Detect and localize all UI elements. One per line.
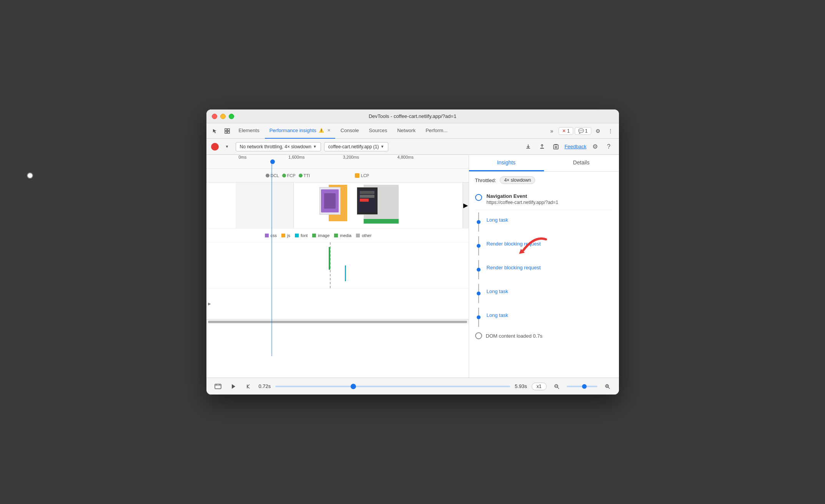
- tab-performance[interactable]: Perform...: [421, 123, 452, 139]
- connector-4: [475, 284, 482, 303]
- connector-line-bottom-2: [478, 248, 479, 255]
- tab-sources[interactable]: Sources: [364, 123, 392, 139]
- network-row: [206, 242, 469, 288]
- jump-start-button[interactable]: [243, 381, 254, 392]
- traffic-lights: [212, 114, 234, 119]
- help-button[interactable]: ?: [604, 141, 614, 152]
- insight-long-task-1: Long task: [475, 210, 613, 234]
- settings-panel-button[interactable]: ⚙: [590, 141, 600, 152]
- insights-tabs: Insights Details: [469, 155, 619, 172]
- close-button[interactable]: [212, 114, 217, 119]
- url-dropdown[interactable]: coffee-cart.netlify.app (1) ▼: [324, 142, 389, 151]
- playhead-marker: [270, 159, 275, 164]
- time-marker-3200ms: 3,200ms: [343, 155, 359, 159]
- connector-dot-2: [477, 244, 481, 248]
- tabs-toolbar: Elements Performance insights ⚠️ ✕ Conso…: [206, 123, 619, 139]
- tab-details[interactable]: Details: [544, 155, 619, 171]
- message-badge-button[interactable]: 💬 1: [575, 127, 591, 135]
- import-button[interactable]: [537, 141, 547, 152]
- long-task-1-link[interactable]: Long task: [487, 216, 608, 224]
- error-badge-button[interactable]: ✕ 1: [559, 127, 573, 135]
- image-legend-box: [312, 234, 316, 237]
- legend-items: css js font image: [236, 233, 372, 238]
- timeline-scrollbar[interactable]: [206, 319, 469, 324]
- svg-line-15: [557, 387, 559, 389]
- zoom-in-button[interactable]: [602, 381, 613, 392]
- scrollbar-track[interactable]: [208, 321, 467, 323]
- tab-console[interactable]: Console: [336, 123, 364, 139]
- subbar-right: Feedback ⚙ ?: [523, 141, 614, 152]
- empty-screenshot: [236, 182, 294, 228]
- screenshot-thumb-2: [357, 187, 378, 215]
- screenshot-row: ▶: [206, 182, 469, 229]
- milestone-lcp: LCP: [355, 173, 369, 178]
- nav-event-circle: [475, 194, 482, 201]
- settings-button[interactable]: ⚙: [593, 126, 604, 136]
- timeline-header: 0ms 1,600ms 3,200ms 4,800ms: [206, 155, 469, 169]
- main-thread-expand[interactable]: ▶: [206, 288, 213, 319]
- js-legend-box: [281, 234, 285, 237]
- more-options-button[interactable]: ⋮: [605, 126, 616, 136]
- long-task-3-link[interactable]: Long task: [487, 311, 608, 320]
- screenshot-toggle-button[interactable]: [213, 381, 223, 392]
- render-blocking-1-link[interactable]: Render blocking request: [487, 239, 608, 248]
- network-content: [236, 242, 469, 288]
- zoom-thumb[interactable]: [582, 384, 587, 389]
- nav-event: Navigation Event https://coffee-cart.net…: [475, 189, 613, 210]
- screenshot-thumb-1: [319, 187, 341, 215]
- throttle-dropdown[interactable]: No network throttling, 4× slowdown ▼: [236, 142, 321, 151]
- zoom-out-button[interactable]: [551, 381, 562, 392]
- connector-1: [475, 212, 482, 232]
- media-legend-box: [334, 234, 338, 237]
- milestone-bar: DCL FCP TTI LCP: [206, 169, 469, 182]
- timeline-panel: 0ms 1,600ms 3,200ms 4,800ms DCL: [206, 155, 469, 378]
- svg-line-18: [608, 387, 610, 389]
- zoom-track[interactable]: [567, 386, 597, 387]
- inspect-button[interactable]: [222, 126, 233, 136]
- playhead-track[interactable]: [275, 386, 510, 387]
- long-task-2-link[interactable]: Long task: [487, 287, 608, 296]
- green-bar: [364, 219, 399, 224]
- dom-content-circle: [475, 332, 482, 339]
- fcp-label: FCP: [287, 173, 296, 178]
- nav-event-title: Navigation Event: [487, 193, 613, 199]
- other-legend-box: [356, 234, 360, 237]
- svg-rect-4: [540, 148, 544, 149]
- insights-panel: Insights Details Throttled: 4× slowdown …: [469, 155, 619, 378]
- lcp-dot: [355, 173, 359, 178]
- minimize-button[interactable]: [220, 114, 226, 119]
- tab-elements[interactable]: Elements: [234, 123, 264, 139]
- export-button[interactable]: [523, 141, 534, 152]
- legend-image: image: [312, 233, 329, 238]
- tab-insights[interactable]: Insights: [469, 155, 544, 171]
- url-arrow-icon: ▼: [380, 144, 384, 149]
- expand-panel-button[interactable]: ▶: [462, 182, 469, 228]
- fullscreen-button[interactable]: [229, 114, 234, 119]
- insight-render-blocking-2: Render blocking request: [475, 258, 613, 282]
- tab-close-icon[interactable]: ✕: [327, 128, 331, 133]
- network-green-bar: [329, 247, 330, 270]
- play-button[interactable]: [228, 381, 239, 392]
- playhead-thumb[interactable]: [351, 384, 356, 389]
- speed-control[interactable]: x1: [532, 383, 547, 390]
- tab-performance-insights[interactable]: Performance insights ⚠️ ✕: [265, 123, 335, 139]
- main-content: 0ms 1,600ms 3,200ms 4,800ms DCL: [206, 155, 619, 378]
- time-marker-0ms: 0ms: [239, 155, 247, 159]
- scrollbar-thumb[interactable]: [208, 321, 467, 323]
- record-button[interactable]: [211, 143, 219, 151]
- throttle-value: 4× slowdown: [500, 176, 535, 184]
- cursor-tool-button[interactable]: [210, 126, 220, 136]
- devtools-window: DevTools - coffee-cart.netlify.app/?ad=1…: [206, 109, 619, 395]
- dropdown-arrow-button[interactable]: ▼: [222, 141, 233, 152]
- connector-dot-3: [477, 268, 481, 272]
- tab-network[interactable]: Network: [393, 123, 420, 139]
- lcp-label: LCP: [361, 173, 369, 178]
- feedback-link[interactable]: Feedback: [564, 144, 586, 149]
- insight-long-task-2: Long task: [475, 282, 613, 305]
- connector-line-top-2: [478, 236, 479, 244]
- delete-button[interactable]: [551, 141, 561, 152]
- legend-css: css: [265, 233, 277, 238]
- more-tabs-button[interactable]: »: [546, 126, 557, 136]
- nav-event-url: https://coffee-cart.netlify.app/?ad=1: [487, 200, 613, 205]
- render-blocking-2-link[interactable]: Render blocking request: [487, 263, 608, 272]
